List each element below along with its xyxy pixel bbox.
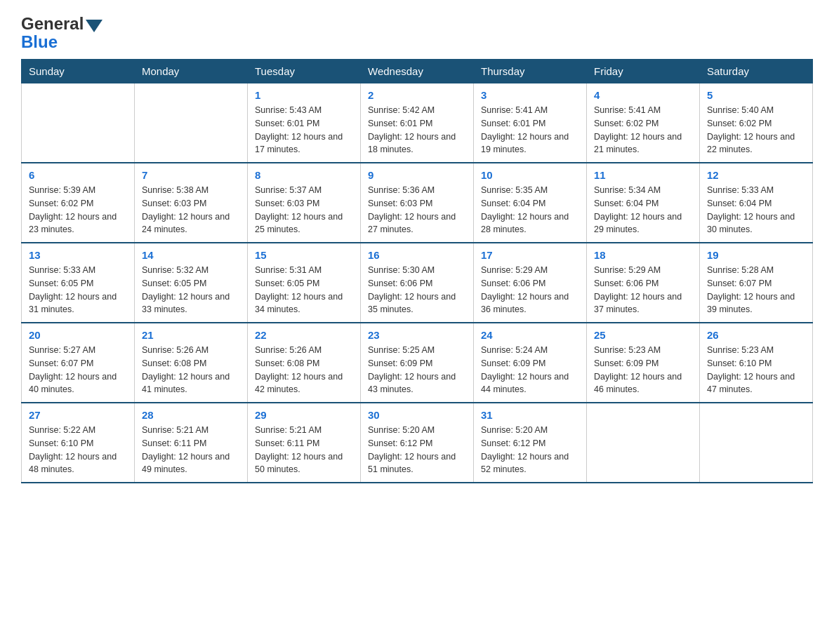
calendar-header-tuesday: Tuesday (248, 60, 361, 83)
day-number: 5 (707, 89, 805, 101)
day-number: 19 (707, 249, 805, 261)
day-info: Sunrise: 5:33 AMSunset: 6:04 PMDaylight:… (707, 184, 805, 236)
day-info: Sunrise: 5:25 AMSunset: 6:09 PMDaylight:… (368, 344, 466, 396)
day-number: 24 (481, 329, 579, 341)
calendar-cell (700, 403, 813, 483)
day-number: 20 (29, 329, 127, 341)
day-info: Sunrise: 5:41 AMSunset: 6:02 PMDaylight:… (594, 104, 692, 156)
day-number: 22 (255, 329, 353, 341)
day-info: Sunrise: 5:22 AMSunset: 6:10 PMDaylight:… (29, 424, 127, 476)
calendar-cell: 14Sunrise: 5:32 AMSunset: 6:05 PMDayligh… (135, 243, 248, 323)
calendar-header-thursday: Thursday (474, 60, 587, 83)
day-number: 28 (142, 409, 240, 421)
calendar-cell: 29Sunrise: 5:21 AMSunset: 6:11 PMDayligh… (248, 403, 361, 483)
day-number: 23 (368, 329, 466, 341)
calendar-cell: 5Sunrise: 5:40 AMSunset: 6:02 PMDaylight… (700, 83, 813, 163)
day-info: Sunrise: 5:24 AMSunset: 6:09 PMDaylight:… (481, 344, 579, 396)
day-info: Sunrise: 5:26 AMSunset: 6:08 PMDaylight:… (255, 344, 353, 396)
day-number: 10 (481, 169, 579, 181)
day-number: 31 (481, 409, 579, 421)
calendar-header-wednesday: Wednesday (361, 60, 474, 83)
day-number: 3 (481, 89, 579, 101)
day-number: 17 (481, 249, 579, 261)
day-number: 9 (368, 169, 466, 181)
day-info: Sunrise: 5:23 AMSunset: 6:09 PMDaylight:… (594, 344, 692, 396)
day-number: 29 (255, 409, 353, 421)
day-number: 13 (29, 249, 127, 261)
calendar-cell: 25Sunrise: 5:23 AMSunset: 6:09 PMDayligh… (587, 323, 700, 403)
calendar-header-saturday: Saturday (700, 60, 813, 83)
day-info: Sunrise: 5:31 AMSunset: 6:05 PMDaylight:… (255, 264, 353, 316)
day-number: 1 (255, 89, 353, 101)
day-info: Sunrise: 5:42 AMSunset: 6:01 PMDaylight:… (368, 104, 466, 156)
calendar-cell: 31Sunrise: 5:20 AMSunset: 6:12 PMDayligh… (474, 403, 587, 483)
calendar-cell: 3Sunrise: 5:41 AMSunset: 6:01 PMDaylight… (474, 83, 587, 163)
calendar-cell: 13Sunrise: 5:33 AMSunset: 6:05 PMDayligh… (22, 243, 135, 323)
day-info: Sunrise: 5:21 AMSunset: 6:11 PMDaylight:… (142, 424, 240, 476)
calendar-week-row: 13Sunrise: 5:33 AMSunset: 6:05 PMDayligh… (22, 243, 813, 323)
day-info: Sunrise: 5:32 AMSunset: 6:05 PMDaylight:… (142, 264, 240, 316)
calendar-cell: 20Sunrise: 5:27 AMSunset: 6:07 PMDayligh… (22, 323, 135, 403)
day-number: 27 (29, 409, 127, 421)
day-info: Sunrise: 5:23 AMSunset: 6:10 PMDaylight:… (707, 344, 805, 396)
calendar-cell: 2Sunrise: 5:42 AMSunset: 6:01 PMDaylight… (361, 83, 474, 163)
day-info: Sunrise: 5:35 AMSunset: 6:04 PMDaylight:… (481, 184, 579, 236)
day-info: Sunrise: 5:20 AMSunset: 6:12 PMDaylight:… (481, 424, 579, 476)
calendar-cell: 24Sunrise: 5:24 AMSunset: 6:09 PMDayligh… (474, 323, 587, 403)
calendar-cell (22, 83, 135, 163)
day-number: 21 (142, 329, 240, 341)
calendar-cell: 18Sunrise: 5:29 AMSunset: 6:06 PMDayligh… (587, 243, 700, 323)
day-number: 8 (255, 169, 353, 181)
calendar-cell: 23Sunrise: 5:25 AMSunset: 6:09 PMDayligh… (361, 323, 474, 403)
calendar-cell: 16Sunrise: 5:30 AMSunset: 6:06 PMDayligh… (361, 243, 474, 323)
day-info: Sunrise: 5:40 AMSunset: 6:02 PMDaylight:… (707, 104, 805, 156)
calendar-week-row: 1Sunrise: 5:43 AMSunset: 6:01 PMDaylight… (22, 83, 813, 163)
day-info: Sunrise: 5:20 AMSunset: 6:12 PMDaylight:… (368, 424, 466, 476)
calendar-cell: 19Sunrise: 5:28 AMSunset: 6:07 PMDayligh… (700, 243, 813, 323)
day-number: 18 (594, 249, 692, 261)
calendar-cell: 8Sunrise: 5:37 AMSunset: 6:03 PMDaylight… (248, 163, 361, 243)
day-info: Sunrise: 5:38 AMSunset: 6:03 PMDaylight:… (142, 184, 240, 236)
day-number: 11 (594, 169, 692, 181)
calendar-cell: 7Sunrise: 5:38 AMSunset: 6:03 PMDaylight… (135, 163, 248, 243)
day-number: 15 (255, 249, 353, 261)
logo-general-text: General (21, 14, 84, 34)
day-info: Sunrise: 5:27 AMSunset: 6:07 PMDaylight:… (29, 344, 127, 396)
calendar-cell: 1Sunrise: 5:43 AMSunset: 6:01 PMDaylight… (248, 83, 361, 163)
day-info: Sunrise: 5:41 AMSunset: 6:01 PMDaylight:… (481, 104, 579, 156)
calendar-header-monday: Monday (135, 60, 248, 83)
calendar-cell: 28Sunrise: 5:21 AMSunset: 6:11 PMDayligh… (135, 403, 248, 483)
calendar-week-row: 6Sunrise: 5:39 AMSunset: 6:02 PMDaylight… (22, 163, 813, 243)
day-number: 16 (368, 249, 466, 261)
day-info: Sunrise: 5:21 AMSunset: 6:11 PMDaylight:… (255, 424, 353, 476)
day-number: 14 (142, 249, 240, 261)
calendar-header-row: SundayMondayTuesdayWednesdayThursdayFrid… (22, 60, 813, 83)
calendar-cell: 9Sunrise: 5:36 AMSunset: 6:03 PMDaylight… (361, 163, 474, 243)
calendar-cell: 6Sunrise: 5:39 AMSunset: 6:02 PMDaylight… (22, 163, 135, 243)
calendar-cell: 30Sunrise: 5:20 AMSunset: 6:12 PMDayligh… (361, 403, 474, 483)
day-info: Sunrise: 5:39 AMSunset: 6:02 PMDaylight:… (29, 184, 127, 236)
logo: General Blue (21, 14, 105, 52)
day-number: 12 (707, 169, 805, 181)
day-info: Sunrise: 5:30 AMSunset: 6:06 PMDaylight:… (368, 264, 466, 316)
day-number: 4 (594, 89, 692, 101)
calendar-cell: 17Sunrise: 5:29 AMSunset: 6:06 PMDayligh… (474, 243, 587, 323)
calendar-cell: 10Sunrise: 5:35 AMSunset: 6:04 PMDayligh… (474, 163, 587, 243)
day-number: 7 (142, 169, 240, 181)
day-info: Sunrise: 5:36 AMSunset: 6:03 PMDaylight:… (368, 184, 466, 236)
day-number: 26 (707, 329, 805, 341)
calendar-cell: 21Sunrise: 5:26 AMSunset: 6:08 PMDayligh… (135, 323, 248, 403)
calendar-cell: 11Sunrise: 5:34 AMSunset: 6:04 PMDayligh… (587, 163, 700, 243)
day-info: Sunrise: 5:34 AMSunset: 6:04 PMDaylight:… (594, 184, 692, 236)
calendar-header-friday: Friday (587, 60, 700, 83)
day-info: Sunrise: 5:43 AMSunset: 6:01 PMDaylight:… (255, 104, 353, 156)
day-number: 6 (29, 169, 127, 181)
day-info: Sunrise: 5:29 AMSunset: 6:06 PMDaylight:… (594, 264, 692, 316)
calendar-table: SundayMondayTuesdayWednesdayThursdayFrid… (21, 59, 813, 483)
calendar-cell: 4Sunrise: 5:41 AMSunset: 6:02 PMDaylight… (587, 83, 700, 163)
calendar-week-row: 27Sunrise: 5:22 AMSunset: 6:10 PMDayligh… (22, 403, 813, 483)
calendar-cell: 27Sunrise: 5:22 AMSunset: 6:10 PMDayligh… (22, 403, 135, 483)
page-header: General Blue (21, 14, 813, 52)
calendar-cell: 22Sunrise: 5:26 AMSunset: 6:08 PMDayligh… (248, 323, 361, 403)
day-number: 2 (368, 89, 466, 101)
